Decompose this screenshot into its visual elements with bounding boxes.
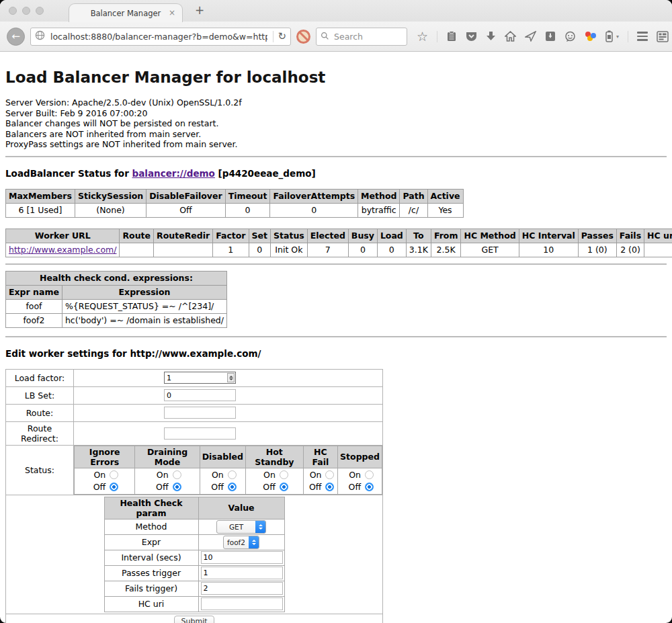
- expr-table-title: Health check cond. expressions:: [6, 271, 227, 285]
- radio-draining-mode-on[interactable]: [173, 470, 181, 479]
- hc-method-row: Method GET: [104, 519, 284, 534]
- menu-icon[interactable]: [637, 32, 648, 41]
- worker-status-table: Worker URL Route RouteRedir Factor Set S…: [5, 229, 672, 257]
- url-input[interactable]: [49, 31, 269, 42]
- balancer-demo-link[interactable]: balancer://demo: [132, 168, 215, 179]
- hc-method-select[interactable]: GET: [216, 520, 266, 534]
- radio-draining-mode-off[interactable]: [173, 483, 181, 491]
- lb-set-input[interactable]: [164, 389, 236, 401]
- worker-data-row: http://www.example.com/ 1 0 Init Ok 7 0 …: [6, 243, 672, 257]
- proxypass-note-line: ProxyPass settings are NOT inherited fro…: [5, 139, 667, 150]
- send-tab-icon[interactable]: [525, 31, 536, 42]
- radio-ignore-errors-on[interactable]: [110, 470, 118, 479]
- window-controls: [9, 7, 44, 15]
- balancer-status-table: MaxMembers StickySession DisableFailover…: [5, 189, 464, 218]
- col-expr-name: Expr name: [6, 285, 62, 299]
- radio-hc-fail-off[interactable]: [325, 483, 334, 491]
- save-page-icon[interactable]: [545, 31, 556, 42]
- number-spinner[interactable]: [227, 373, 235, 382]
- hc-interval-input[interactable]: [201, 551, 283, 564]
- hc-expr-row: Expr foof2: [104, 534, 284, 550]
- route-row: Route:: [6, 404, 383, 421]
- hc-uri-input[interactable]: [201, 597, 283, 610]
- col-maxmembers: MaxMembers: [6, 189, 75, 203]
- browser-window: Balancer Manager × + ← ↻ ☆: [0, 0, 672, 623]
- colors-addon-icon[interactable]: [585, 30, 597, 42]
- divider: [5, 156, 667, 157]
- col-worker-url: Worker URL: [6, 229, 120, 243]
- balancer-header-row: MaxMembers StickySession DisableFailover…: [6, 189, 464, 203]
- radio-hc-fail-on[interactable]: [325, 470, 334, 479]
- col-hc-param: Health Check param: [104, 497, 198, 519]
- lb-set-label: LB Set:: [6, 386, 74, 404]
- col-timeout: Timeout: [225, 189, 270, 203]
- radio-stopped-on[interactable]: [365, 470, 374, 479]
- worker-header-row: Worker URL Route RouteRedir Factor Set S…: [6, 229, 672, 243]
- hc-passes-input[interactable]: [201, 567, 283, 579]
- globe-icon: [35, 30, 45, 43]
- home-icon[interactable]: [505, 31, 516, 42]
- tab-close-icon[interactable]: ×: [169, 8, 175, 17]
- radio-ignore-errors-off[interactable]: [110, 483, 118, 491]
- minimize-window-button[interactable]: [22, 7, 30, 15]
- balancer-data-row: 6 [1 Used] (None) Off 0 0 bytraffic /c/ …: [6, 203, 464, 217]
- lb-set-row: LB Set:: [6, 386, 383, 404]
- search-input[interactable]: [333, 31, 396, 42]
- browser-toolbar: ← ↻ ☆: [0, 22, 672, 52]
- new-tab-button[interactable]: +: [195, 3, 204, 17]
- load-factor-input[interactable]: [164, 372, 236, 384]
- browser-tab[interactable]: Balancer Manager ×: [69, 3, 183, 22]
- status-row: Status: Ignore Errors Draining Mode Disa…: [6, 445, 383, 495]
- radio-hot-standby-off[interactable]: [280, 483, 288, 491]
- hc-fails-input[interactable]: [201, 582, 283, 595]
- worker-url-link[interactable]: http://www.example.com/: [9, 245, 116, 255]
- col-expression: Expression: [62, 285, 226, 299]
- submit-button[interactable]: Submit: [174, 616, 214, 623]
- status-heading-suffix: [p4420eeae_demo]: [215, 168, 316, 179]
- load-factor-label: Load factor:: [6, 369, 74, 386]
- pocket-icon[interactable]: [466, 31, 477, 42]
- urlbar-divider: [273, 31, 274, 42]
- bookmark-star-icon[interactable]: ☆: [417, 30, 428, 43]
- col-disabled: Disabled: [200, 446, 245, 468]
- col-ignore-errors: Ignore Errors: [75, 446, 135, 468]
- zoom-window-button[interactable]: [36, 7, 44, 15]
- route-input[interactable]: [164, 407, 236, 419]
- grid-addon-icon[interactable]: [657, 31, 669, 42]
- back-button[interactable]: ←: [7, 28, 25, 46]
- col-method: Method: [358, 189, 400, 203]
- chat-icon[interactable]: [564, 31, 576, 42]
- route-redirect-input[interactable]: [164, 427, 236, 440]
- content-blocked-icon[interactable]: [296, 30, 310, 44]
- status-label: Status:: [6, 445, 74, 495]
- col-hot-standby: Hot Standby: [245, 446, 303, 468]
- device-battery-icon[interactable]: [605, 30, 613, 42]
- hc-passes-row: Passes trigger: [104, 565, 284, 581]
- route-redirect-label: Route Redirect:: [6, 421, 74, 445]
- submit-row: Submit: [6, 614, 383, 623]
- status-heading-prefix: LoadBalancer Status for: [5, 168, 132, 179]
- radio-stopped-off[interactable]: [365, 483, 374, 491]
- close-window-button[interactable]: [9, 7, 17, 15]
- health-check-row: Health Check param Value Method GET: [6, 495, 383, 614]
- search-bar[interactable]: [316, 28, 407, 46]
- route-redirect-row: Route Redirect:: [6, 421, 383, 445]
- toolbar-divider: [437, 31, 437, 42]
- edit-worker-form: Load factor: LB Set: Route: Route Redire…: [5, 369, 383, 623]
- health-check-table: Health Check param Value Method GET: [104, 497, 285, 612]
- server-info: Server Version: Apache/2.5.0-dev (Unix) …: [5, 97, 667, 150]
- chevron-down-icon[interactable]: ▾: [616, 34, 619, 40]
- downloads-icon[interactable]: [486, 31, 496, 42]
- radio-disabled-off[interactable]: [228, 483, 237, 491]
- balancers-note-line: Balancers are NOT inherited from main se…: [5, 129, 667, 140]
- col-active: Active: [427, 189, 463, 203]
- reload-icon[interactable]: ↻: [278, 32, 286, 42]
- radio-disabled-on[interactable]: [228, 470, 237, 479]
- hc-expr-select[interactable]: foof2: [223, 536, 259, 549]
- persist-note-line: Balancer changes will NOT be persisted o…: [5, 118, 667, 129]
- url-bar[interactable]: ↻: [30, 28, 291, 46]
- loadbalancer-status-heading: LoadBalancer Status for balancer://demo …: [5, 168, 667, 179]
- route-label: Route:: [6, 404, 74, 421]
- reading-list-icon[interactable]: [446, 31, 457, 42]
- radio-hot-standby-on[interactable]: [280, 470, 288, 479]
